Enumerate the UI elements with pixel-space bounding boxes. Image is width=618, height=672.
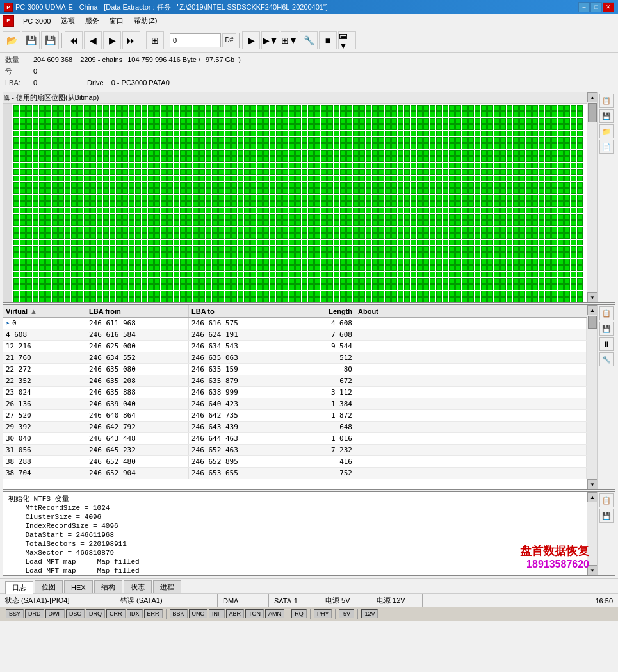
toolbar-save2-button[interactable]: 💾 <box>41 31 59 49</box>
table-row[interactable]: 22 352246 635 208246 635 879672 <box>3 375 587 387</box>
minimize-button[interactable]: – <box>578 2 590 12</box>
table-row[interactable]: 38 704246 652 904246 653 655752 <box>3 468 587 479</box>
bitmap-cell <box>321 278 327 284</box>
bitmap-cell <box>500 291 506 297</box>
scroll-up-button[interactable]: ▲ <box>587 92 598 102</box>
bitmap-cell <box>532 124 538 130</box>
rp-table-copy-button[interactable]: 📋 <box>599 306 614 320</box>
bitmap-cell <box>97 188 102 194</box>
toolbar-last-button[interactable]: ⏭ <box>122 31 140 49</box>
bitmap-cell <box>475 176 480 181</box>
toolbar-next-button[interactable]: ▶ <box>103 31 121 49</box>
bitmap-cell <box>206 137 211 143</box>
bitmap-cell <box>174 240 179 245</box>
bitmap-cell <box>366 176 371 181</box>
bitmap-cell <box>577 163 583 168</box>
table-row[interactable]: 38 288246 652 480246 652 895416 <box>3 456 587 468</box>
tab-日志[interactable]: 日志 <box>5 581 33 594</box>
bitmap-cell <box>212 272 218 277</box>
bitmap-cell <box>129 131 134 136</box>
scroll-thumb[interactable] <box>588 103 597 122</box>
rp-doc-button[interactable]: 📄 <box>599 140 614 154</box>
table-row[interactable]: ➤0246 611 968246 616 5754 608 <box>3 318 587 329</box>
table-cell: 246 652 895 <box>189 456 291 467</box>
toolbar-grid-button[interactable]: ⊞ <box>146 31 164 49</box>
menu-options[interactable]: 选项 <box>56 14 80 28</box>
table-scroll-up-button[interactable]: ▲ <box>587 305 598 315</box>
table-row[interactable]: 30 040246 643 448246 644 4631 016 <box>3 433 587 445</box>
rp-folder-button[interactable]: 📁 <box>599 124 614 138</box>
bitmap-cell <box>462 111 468 117</box>
bitmap-cell <box>225 111 231 117</box>
bitmap-cell <box>257 163 263 168</box>
bitmap-cell <box>161 124 167 130</box>
bitmap-cell <box>58 111 64 117</box>
menu-help[interactable]: 帮助(Z) <box>129 14 162 28</box>
menu-window[interactable]: 窗口 <box>104 14 129 28</box>
bitmap-cell <box>436 182 442 188</box>
tab-进程[interactable]: 进程 <box>153 580 181 593</box>
table-row[interactable]: 29 392246 642 792246 643 439648 <box>3 422 587 433</box>
bitmap-cell <box>507 246 512 252</box>
bitmap-cell <box>90 124 96 130</box>
rp-log-save-button[interactable]: 💾 <box>599 509 614 523</box>
rp-table-pause-button[interactable]: ⏸ <box>599 337 614 351</box>
toolbar-save-button[interactable]: 💾 <box>22 31 40 49</box>
bitmap-cell <box>430 105 435 111</box>
bitmap-cell <box>186 284 192 290</box>
table-row[interactable]: 27 520246 640 864246 642 7351 872 <box>3 410 587 422</box>
table-row[interactable]: 23 024246 635 888246 638 9993 112 <box>3 387 587 398</box>
bitmap-cell <box>526 259 532 265</box>
table-scroll-thumb[interactable] <box>588 316 597 329</box>
toolbar-input-mode[interactable]: D# <box>222 33 236 47</box>
toolbar-play-drop-button[interactable]: ▶▼ <box>261 31 279 49</box>
bitmap-cell <box>20 163 26 168</box>
toolbar-first-button[interactable]: ⏮ <box>65 31 83 49</box>
maximize-button[interactable]: □ <box>590 2 602 12</box>
table-cell: 246 635 159 <box>189 364 291 375</box>
rp-log-copy-button[interactable]: 📋 <box>599 493 614 507</box>
tab-HEX[interactable]: HEX <box>64 580 93 593</box>
bitmap-cell <box>263 137 269 143</box>
bitmap-cell <box>90 176 96 181</box>
toolbar-prev-button[interactable]: ◀ <box>84 31 102 49</box>
bitmap-cell <box>45 259 51 265</box>
toolbar-open-button[interactable]: 📂 <box>3 31 20 49</box>
toolbar-lba-input[interactable] <box>170 33 221 47</box>
bitmap-cell <box>289 118 295 124</box>
table-row[interactable]: 22 272246 635 080246 635 15980 <box>3 364 587 375</box>
toolbar-play-button[interactable]: ▶ <box>242 31 260 49</box>
table-row[interactable]: 26 136246 639 040246 640 4231 384 <box>3 398 587 410</box>
bitmap-cell <box>65 124 70 130</box>
table-row[interactable]: 31 056246 645 232246 652 4637 232 <box>3 445 587 456</box>
table-scroll-down-button[interactable]: ▼ <box>587 479 598 489</box>
toolbar-stop-button[interactable]: ■ <box>319 31 337 49</box>
menu-service[interactable]: 服务 <box>80 14 104 28</box>
log-scroll-up-button[interactable]: ▲ <box>587 492 598 502</box>
bitmap-cell <box>481 201 487 207</box>
table-row[interactable]: 4 608246 616 584246 624 1917 608 <box>3 329 587 341</box>
tab-状态[interactable]: 状态 <box>124 580 152 593</box>
toolbar-drive-button[interactable]: 🖴▼ <box>338 31 356 49</box>
bitmap-cell <box>449 227 455 233</box>
toolbar-tools-button[interactable]: 🔧 <box>300 31 318 49</box>
tab-位图[interactable]: 位图 <box>35 580 63 593</box>
rp-copy-button[interactable]: 📋 <box>599 94 614 108</box>
rp-table-save-button[interactable]: 💾 <box>599 322 614 336</box>
bitmap-cell <box>507 188 512 194</box>
bitmap-cell <box>250 265 256 271</box>
bitmap-cell <box>58 195 64 201</box>
close-button[interactable]: ✕ <box>603 2 614 12</box>
bitmap-cell <box>526 297 532 302</box>
table-row[interactable]: 21 760246 634 552246 635 063512 <box>3 352 587 364</box>
toolbar-grid2-button[interactable]: ⊞▼ <box>281 31 298 49</box>
scroll-down-button[interactable]: ▼ <box>587 292 598 302</box>
rp-table-tools-button[interactable]: 🔧 <box>599 352 614 366</box>
bitmap-cell <box>571 195 576 201</box>
rp-save-button[interactable]: 💾 <box>599 109 614 123</box>
bitmap-cell <box>161 227 167 233</box>
bitmap-cell <box>359 150 365 156</box>
bitmap-cell <box>468 131 474 136</box>
table-row[interactable]: 12 216246 625 000246 634 5439 544 <box>3 341 587 352</box>
tab-结构[interactable]: 结构 <box>94 580 122 593</box>
